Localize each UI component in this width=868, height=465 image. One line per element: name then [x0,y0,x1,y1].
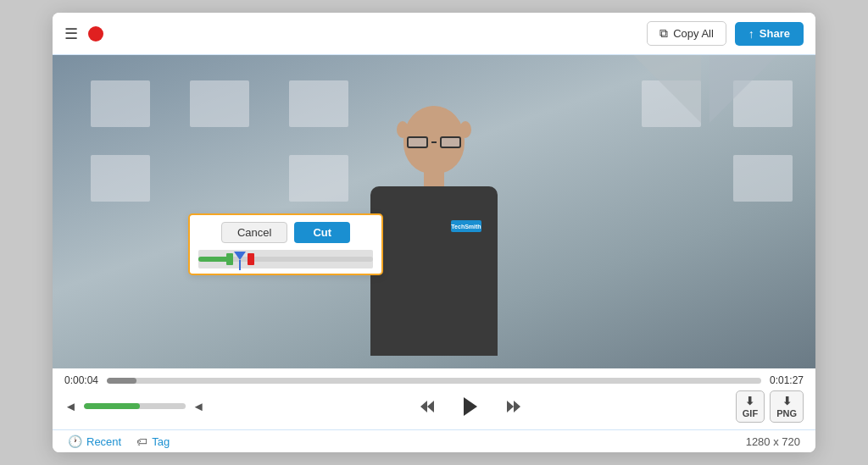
dimensions-display: 1280 x 720 [746,435,800,448]
play-button[interactable] [459,395,482,418]
dimensions-label: 1280 x 720 [746,435,800,448]
volume-row: ◄ ◄ [64,397,205,417]
copy-all-button[interactable]: ⧉ Copy All [647,21,726,46]
popup-timeline-fill [198,257,230,262]
hamburger-icon[interactable]: ☰ [64,26,78,42]
recent-item[interactable]: 🕐 Recent [68,435,121,448]
play-icon [459,395,482,418]
end-time: 0:01:27 [768,374,804,386]
volume-left-icon[interactable]: ◄ [64,399,77,413]
toolbar-right: ⧉ Copy All ↑ Share [647,21,804,46]
timeline-row: 0:00:04 0:01:27 [64,372,804,389]
cut-popup-buttons: Cancel Cut [198,222,373,243]
step-forward-button[interactable] [504,397,523,416]
app-window: ☰ ⧉ Copy All ↑ Share [53,13,815,452]
gif-label: GIF [743,408,758,418]
gif-download-icon: ⬇ [745,395,754,407]
current-time: 0:00:04 [64,374,100,386]
toolbar: ☰ ⧉ Copy All ↑ Share [53,13,815,55]
cut-marker-start[interactable] [226,253,233,265]
export-buttons: ⬇ GIF ⬇ PNG [736,390,804,423]
recent-icon: 🕐 [68,435,82,448]
cancel-button[interactable]: Cancel [221,222,287,243]
cut-popup: Cancel Cut [188,213,383,275]
share-label: Share [760,27,790,40]
png-download-icon: ⬇ [782,395,792,407]
png-export-button[interactable]: ⬇ PNG [770,390,804,423]
cut-marker-end[interactable] [248,253,254,265]
timeline-progress [107,378,136,384]
svg-marker-4 [514,401,520,412]
copy-icon: ⧉ [659,26,668,41]
svg-marker-0 [420,401,427,412]
volume-right-icon[interactable]: ◄ [192,399,205,413]
step-back-icon [418,397,437,416]
cut-button[interactable]: Cut [294,222,350,243]
share-button[interactable]: ↑ Share [735,22,804,46]
svg-marker-2 [464,397,477,416]
video-frame: TechSmith Cancel Cut [53,55,815,368]
playback-controls [205,395,736,418]
volume-bar[interactable] [84,403,186,409]
svg-marker-3 [507,401,514,412]
step-back-button[interactable] [418,397,437,416]
svg-marker-1 [427,401,434,412]
timeline-track[interactable] [107,378,761,384]
popup-timeline[interactable] [198,250,373,268]
status-bar: 🕐 Recent 🏷 Tag 1280 x 720 [53,429,815,452]
volume-fill [84,403,140,409]
gif-export-button[interactable]: ⬇ GIF [736,390,765,423]
record-button[interactable] [88,26,103,42]
png-label: PNG [776,408,797,418]
step-forward-icon [504,397,523,416]
controls-bar: 0:00:04 0:01:27 ◄ ◄ [53,368,815,429]
toolbar-left: ☰ [64,26,103,42]
playhead[interactable] [234,252,246,270]
copy-all-label: Copy All [673,27,714,40]
tag-label: Tag [152,435,170,448]
share-icon: ↑ [748,27,754,41]
video-area: TechSmith Cancel Cut [53,55,815,429]
tag-item[interactable]: 🏷 Tag [136,435,170,448]
tag-icon: 🏷 [136,435,147,448]
recent-label: Recent [86,435,121,448]
status-left: 🕐 Recent 🏷 Tag [68,435,170,448]
